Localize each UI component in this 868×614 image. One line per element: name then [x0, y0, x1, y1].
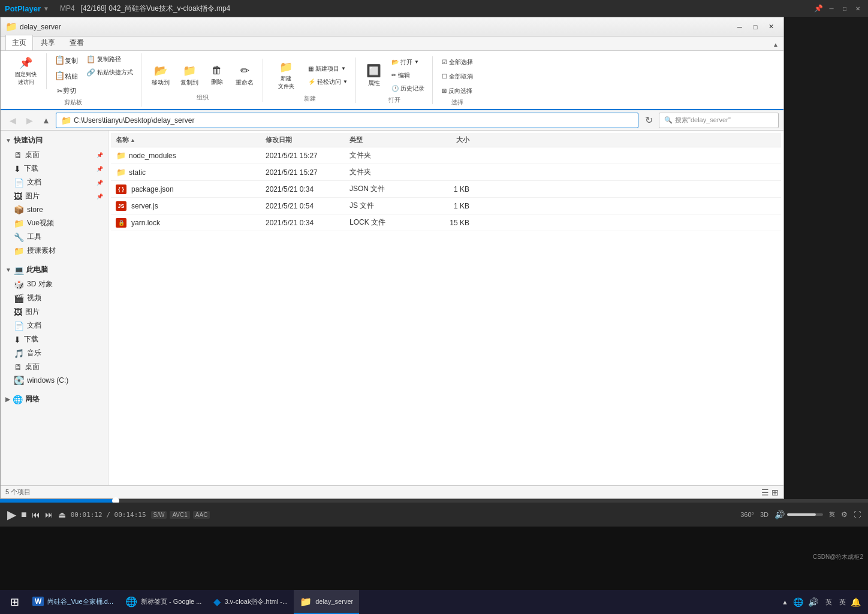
eject-button[interactable]: ⏏ [58, 510, 66, 519]
sidebar-item-documents2[interactable]: 📄 文档 [1, 319, 108, 332]
angle-display: 360° [740, 511, 754, 518]
taskbar-item-chrome[interactable]: 🌐 新标签页 - Google ... [119, 590, 207, 614]
table-row[interactable]: 📁 node_modules 2021/5/21 15:27 文件夹 [111, 147, 781, 164]
ribbon-properties-button[interactable]: 🔲 属性 [362, 61, 386, 90]
ribbon-open-button[interactable]: 📂 打开 ▼ [388, 56, 427, 68]
play-button[interactable]: ▶ [7, 507, 16, 522]
volume-control[interactable]: 🔊 [774, 510, 823, 519]
search-box[interactable]: 🔍 搜索"delay_server" [659, 113, 779, 128]
copy-path-icon: 📋 [86, 55, 95, 63]
sidebar-item-videos[interactable]: 🎬 视频 [1, 291, 108, 305]
close-potplayer-button[interactable]: ✕ [852, 3, 863, 14]
ribbon-pin-button[interactable]: 📌 固定到快速访问 [10, 53, 41, 89]
ribbon-copy-path-button[interactable]: 📋 复制路径 [83, 53, 136, 65]
volume-bar[interactable] [787, 513, 823, 516]
sidebar-item-documents[interactable]: 📄 文档 📌 [1, 176, 108, 189]
taskbar-item-vscode[interactable]: ◆ 3.v-cloak指令.html -... [207, 590, 294, 614]
sidebar-item-3d[interactable]: 🎲 3D 对象 [1, 277, 108, 291]
sidebar-item-pictures[interactable]: 🖼 图片 📌 [1, 189, 108, 203]
tray-expand-icon[interactable]: ▲ [782, 598, 788, 606]
sidebar-item-windows-c[interactable]: 💽 windows (C:) [1, 374, 108, 387]
documents-label: 文档 [27, 177, 41, 187]
sidebar-item-pictures2[interactable]: 🖼 图片 [1, 305, 108, 319]
sidebar-item-downloads2[interactable]: ⬇ 下载 [1, 332, 108, 346]
ribbon-deselect-button[interactable]: ☐ 全部取消 [439, 71, 476, 83]
ribbon-new-folder-button[interactable]: 📁 新建文件夹 [269, 58, 303, 93]
vue-videos-icon: 📁 [14, 219, 24, 228]
explorer-minimize-button[interactable]: ─ [732, 21, 748, 33]
stop-button[interactable]: ■ [21, 509, 27, 520]
notification-icon[interactable]: 🔔 [851, 597, 861, 607]
table-row[interactable]: JS server.js 2021/5/21 0:54 JS 文件 1 KB [111, 198, 781, 214]
table-row[interactable]: { } package.json 2021/5/21 0:34 JSON 文件 … [111, 181, 781, 198]
tray-network-icon[interactable]: 🌐 [793, 597, 803, 607]
new-group-label: 新建 [304, 95, 316, 103]
col-header-name[interactable]: 名称 ▲ [116, 135, 266, 144]
ribbon-paste-button[interactable]: 📋 粘贴 [52, 69, 81, 83]
this-pc-label: 此电脑 [26, 265, 48, 275]
sidebar-item-music[interactable]: 🎵 音乐 [1, 346, 108, 360]
restore-potplayer-button[interactable]: □ [839, 3, 850, 14]
ribbon-invert-button[interactable]: ⊠ 反向选择 [439, 85, 476, 97]
up-button[interactable]: ▲ [39, 113, 53, 128]
tray-volume-icon[interactable]: 🔊 [808, 597, 818, 607]
table-row[interactable]: 📁 static 2021/5/21 15:27 文件夹 [111, 164, 781, 181]
view-list-icon[interactable]: ☰ [761, 488, 769, 497]
tab-view[interactable]: 查看 [63, 35, 91, 50]
ribbon-paste-shortcut-button[interactable]: 🔗 粘贴快捷方式 [83, 66, 136, 78]
ribbon-copy-to-button[interactable]: 📁 复制到 [176, 61, 203, 90]
ribbon-history-button[interactable]: 🕐 历史记录 [388, 83, 427, 95]
ribbon-move-to-button[interactable]: 📂 移动到 [147, 61, 174, 90]
explorer-win-buttons: ─ □ ✕ [732, 21, 779, 33]
address-path-box[interactable]: 📁 C:\Users\tianyu\Desktop\delay_server [56, 113, 638, 128]
file-size: 15 KB [421, 219, 469, 227]
explorer-title-folder-icon: 📁 [5, 21, 17, 32]
ribbon-easy-access-button[interactable]: ⚡ 轻松访问 ▼ [305, 76, 351, 88]
tray-pin-icon[interactable]: 📌 [813, 3, 824, 14]
forward-button[interactable]: ▶ [22, 113, 37, 128]
this-pc-header[interactable]: ▼ 💻 此电脑 [1, 262, 108, 277]
sidebar-item-downloads[interactable]: ⬇ 下载 📌 [1, 162, 108, 176]
explorer-close-button[interactable]: ✕ [763, 21, 779, 33]
file-type: JSON 文件 [349, 184, 421, 194]
tab-share[interactable]: 共享 [34, 35, 62, 50]
sidebar-item-desktop[interactable]: 🖥 桌面 📌 [1, 148, 108, 162]
ribbon-new-item-button[interactable]: ▦ 新建项目 ▼ [305, 63, 351, 75]
prev-button[interactable]: ⏮ [32, 510, 40, 519]
ribbon-edit-button[interactable]: ✏ 编辑 [388, 69, 427, 81]
ribbon-copy-button[interactable]: 📋 复制 [52, 53, 81, 68]
taskbar-item-folder[interactable]: 📁 delay_server [294, 590, 359, 614]
refresh-button[interactable]: ↻ [641, 113, 656, 128]
settings-icon[interactable]: ⚙ [841, 510, 848, 519]
new-folder-label: 新建文件夹 [278, 75, 294, 90]
ribbon-select-all-button[interactable]: ☑ 全部选择 [439, 56, 476, 68]
start-button[interactable]: ⊞ [2, 590, 26, 614]
fullscreen-icon[interactable]: ⛶ [854, 510, 861, 519]
volume-fill [787, 513, 816, 516]
table-row[interactable]: 🔒 yarn.lock 2021/5/21 0:34 LOCK 文件 15 KB [111, 214, 781, 231]
col-header-size[interactable]: 大小 [421, 135, 469, 144]
next-button[interactable]: ⏭ [45, 510, 53, 519]
explorer-restore-button[interactable]: □ [748, 21, 763, 33]
sidebar-item-course-materials[interactable]: 📁 授课素材 [1, 244, 108, 258]
ribbon-cut-button[interactable]: ✂ 剪切 [52, 84, 81, 97]
ribbon-rename-button[interactable]: ✏ 重命名 [231, 61, 258, 90]
quick-access-header[interactable]: ▼ 快速访问 [1, 133, 108, 148]
view-grid-icon[interactable]: ⊞ [771, 488, 779, 497]
sidebar-item-vue-videos[interactable]: 📁 Vue视频 [1, 216, 108, 230]
back-button[interactable]: ◀ [5, 113, 20, 128]
taskbar-item-word[interactable]: W 尚硅谷_Vue全家桶.d... [26, 590, 119, 614]
col-header-date[interactable]: 修改日期 [266, 135, 349, 144]
ribbon-delete-button[interactable]: 🗑 删除 [205, 61, 229, 89]
sidebar-item-store[interactable]: 📦 store [1, 203, 108, 216]
minimize-potplayer-button[interactable]: ─ [826, 3, 837, 14]
col-header-type[interactable]: 类型 [349, 135, 421, 144]
tab-home[interactable]: 主页 [5, 35, 33, 50]
sidebar-item-tools[interactable]: 🔧 工具 [1, 230, 108, 244]
paste-shortcut-label: 粘贴快捷方式 [97, 68, 133, 77]
sidebar-item-desktop2[interactable]: 🖥 桌面 [1, 360, 108, 374]
network-header[interactable]: ▶ 🌐 网络 [1, 392, 108, 407]
downloads-icon: ⬇ [14, 164, 21, 174]
potplayer-logo: PotPlayer [5, 4, 41, 13]
status-bar: 5 个项目 ☰ ⊞ [1, 485, 783, 498]
